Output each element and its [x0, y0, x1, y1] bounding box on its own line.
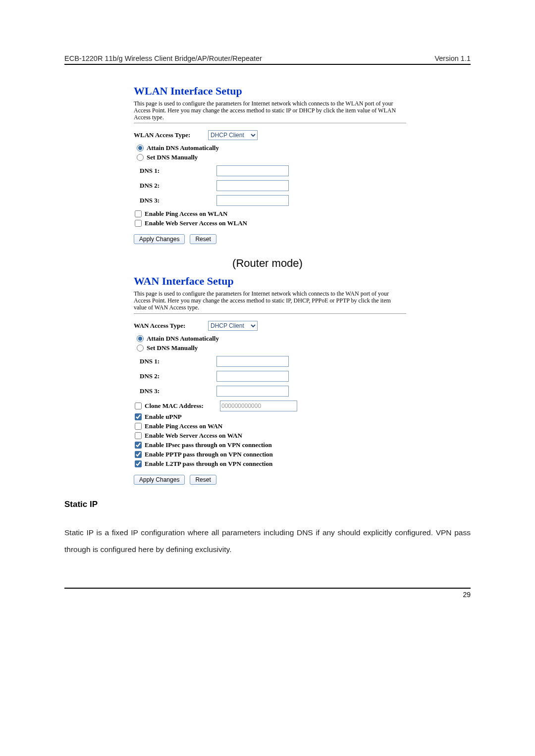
wan-reset-button[interactable]: Reset	[190, 475, 216, 485]
wan-clone-label: Clone MAC Address:	[145, 402, 218, 410]
wan-dns-manual-row[interactable]: Set DNS Manually	[137, 344, 441, 352]
document-page: ECB-1220R 11b/g Wireless Client Bridge/A…	[0, 0, 535, 628]
wan-web-label: Enable Web Server Access on WAN	[145, 432, 242, 440]
wan-dns3-input[interactable]	[216, 386, 289, 397]
wan-dns2-row: DNS 2:	[134, 371, 441, 382]
wan-dns-auto-row[interactable]: Attain DNS Automatically	[137, 335, 441, 343]
wlan-dns3-input[interactable]	[216, 195, 289, 206]
wlan-web-checkbox[interactable]	[135, 220, 142, 227]
wan-form: WAN Access Type: DHCP Client Attain DNS …	[134, 321, 441, 485]
wan-dns1-row: DNS 1:	[134, 356, 441, 367]
wlan-dns-manual-label: Set DNS Manually	[147, 153, 198, 161]
wlan-access-row: WLAN Access Type: DHCP Client	[134, 130, 441, 140]
wlan-apply-button[interactable]: Apply Changes	[134, 234, 185, 244]
wan-divider	[134, 313, 406, 314]
header-left-text: ECB-1220R 11b/g Wireless Client Bridge/A…	[64, 54, 262, 62]
wan-ping-row[interactable]: Enable Ping Access on WAN	[135, 422, 441, 430]
wlan-dns3-label: DNS 3:	[134, 197, 216, 204]
wlan-dns2-row: DNS 2:	[134, 180, 441, 191]
mode-caption: (Router mode)	[64, 257, 471, 270]
wan-web-checkbox[interactable]	[135, 432, 142, 439]
wan-ipsec-checkbox[interactable]	[135, 442, 142, 449]
wan-dns3-label: DNS 3:	[134, 387, 216, 395]
wan-dns1-label: DNS 1:	[134, 357, 216, 365]
wlan-web-row[interactable]: Enable Web Server Access on WLAN	[135, 219, 441, 227]
wlan-dns1-input[interactable]	[216, 165, 289, 176]
wan-upnp-checkbox[interactable]	[135, 413, 142, 420]
wan-apply-button[interactable]: Apply Changes	[134, 475, 185, 485]
wlan-ping-row[interactable]: Enable Ping Access on WLAN	[135, 210, 441, 218]
wlan-screenshot: WLAN Interface Setup This page is used t…	[134, 85, 441, 244]
wan-ping-label: Enable Ping Access on WAN	[145, 422, 222, 430]
wan-l2tp-label: Enable L2TP pass through on VPN connecti…	[145, 460, 272, 468]
wan-title: WAN Interface Setup	[134, 275, 441, 288]
wlan-access-select[interactable]: DHCP Client	[208, 130, 258, 140]
wlan-title: WLAN Interface Setup	[134, 85, 441, 98]
wlan-dns-auto-row[interactable]: Attain DNS Automatically	[137, 144, 441, 152]
header-right-text: Version 1.1	[434, 54, 471, 62]
wlan-dns-auto-radio[interactable]	[137, 145, 144, 151]
wlan-dns1-row: DNS 1:	[134, 165, 441, 176]
wlan-ping-label: Enable Ping Access on WLAN	[145, 210, 227, 218]
wan-dns3-row: DNS 3:	[134, 386, 441, 397]
wan-desc: This page is used to configure the param…	[134, 291, 401, 311]
wan-clone-checkbox[interactable]	[135, 403, 142, 409]
wlan-dns2-input[interactable]	[216, 180, 289, 191]
header-rule	[64, 64, 471, 65]
wan-dns2-label: DNS 2:	[134, 372, 216, 380]
wan-ping-checkbox[interactable]	[135, 423, 142, 430]
wan-upnp-label: Enable uPNP	[145, 413, 182, 421]
wlan-dns1-label: DNS 1:	[134, 167, 216, 175]
wan-upnp-row[interactable]: Enable uPNP	[135, 413, 441, 421]
wlan-desc: This page is used to configure the param…	[134, 101, 401, 121]
wan-dns1-input[interactable]	[216, 356, 289, 367]
wan-dns-auto-radio[interactable]	[137, 335, 144, 342]
wan-ipsec-label: Enable IPsec pass through on VPN connect…	[145, 441, 272, 449]
wlan-ping-checkbox[interactable]	[135, 210, 142, 217]
wan-dns-manual-label: Set DNS Manually	[147, 344, 198, 352]
wlan-dns-manual-radio[interactable]	[137, 154, 144, 161]
wan-access-row: WAN Access Type: DHCP Client	[134, 321, 441, 331]
wan-clone-input[interactable]	[220, 401, 297, 411]
wan-button-row: Apply Changes Reset	[134, 475, 441, 485]
static-ip-heading: Static IP	[64, 500, 471, 509]
wan-access-select[interactable]: DHCP Client	[208, 321, 258, 331]
wlan-dns2-label: DNS 2:	[134, 182, 216, 190]
wlan-dns-auto-label: Attain DNS Automatically	[147, 144, 219, 152]
wan-clone-row[interactable]: Clone MAC Address:	[135, 401, 441, 411]
wlan-button-row: Apply Changes Reset	[134, 234, 441, 244]
wlan-web-label: Enable Web Server Access on WLAN	[145, 219, 247, 227]
wan-access-label: WAN Access Type:	[134, 322, 208, 330]
wan-l2tp-checkbox[interactable]	[135, 460, 142, 467]
wlan-divider	[134, 123, 406, 123]
wan-ipsec-row[interactable]: Enable IPsec pass through on VPN connect…	[135, 441, 441, 449]
wan-screenshot: WAN Interface Setup This page is used to…	[134, 275, 441, 484]
page-header: ECB-1220R 11b/g Wireless Client Bridge/A…	[64, 54, 471, 64]
wan-dns-auto-label: Attain DNS Automatically	[147, 335, 219, 343]
static-ip-paragraph: Static IP is a fixed IP configuration wh…	[64, 524, 471, 558]
page-footer: 29	[64, 588, 471, 599]
wan-pptp-label: Enable PPTP pass through on VPN connecti…	[145, 451, 273, 458]
wan-web-row[interactable]: Enable Web Server Access on WAN	[135, 432, 441, 440]
wlan-dns3-row: DNS 3:	[134, 195, 441, 206]
wan-pptp-row[interactable]: Enable PPTP pass through on VPN connecti…	[135, 451, 441, 458]
wlan-dns-manual-row[interactable]: Set DNS Manually	[137, 153, 441, 161]
wan-pptp-checkbox[interactable]	[135, 451, 142, 458]
wan-dns2-input[interactable]	[216, 371, 289, 382]
page-number: 29	[463, 591, 471, 599]
wan-l2tp-row[interactable]: Enable L2TP pass through on VPN connecti…	[135, 460, 441, 468]
wlan-access-label: WLAN Access Type:	[134, 131, 208, 139]
wlan-form: WLAN Access Type: DHCP Client Attain DNS…	[134, 130, 441, 244]
wan-dns-manual-radio[interactable]	[137, 345, 144, 352]
wlan-reset-button[interactable]: Reset	[190, 234, 216, 244]
